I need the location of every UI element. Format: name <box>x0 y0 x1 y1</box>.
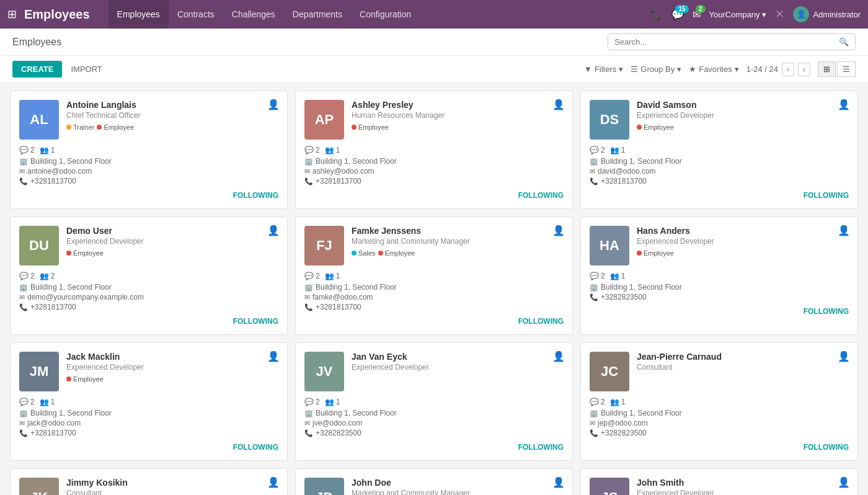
page-title: Employees <box>12 37 61 48</box>
employee-card[interactable]: 👤 DU Demo User Experienced Developer Emp… <box>10 216 288 335</box>
employee-avatar: FJ <box>304 226 344 265</box>
user-avatar: 👤 <box>793 6 809 22</box>
building-icon: 🏢 <box>590 409 598 417</box>
favorites-button[interactable]: ★ Favorites ▾ <box>689 65 738 74</box>
phone-icon: 📞 <box>19 177 28 185</box>
nav-divider: ✕ <box>775 7 784 21</box>
import-button[interactable]: IMPORT <box>62 61 110 78</box>
employee-location: 🏢 Building 1, Second Floor <box>19 157 278 166</box>
card-footer: FOLLOWING <box>304 190 564 200</box>
employee-card[interactable]: 👤 FJ Famke Jenssens Marketing and Commun… <box>295 216 573 335</box>
employee-location: 🏢 Building 1, Second Floor <box>590 409 849 417</box>
employee-name: Jan Van Eyck <box>352 352 564 362</box>
card-header: AL Antoine Langlais Chief Technical Offi… <box>19 100 278 140</box>
employee-avatar: JM <box>19 352 59 391</box>
card-info: Hans Anders Experienced Developer Employ… <box>637 226 849 265</box>
bubble-icon: 💬 <box>590 146 599 154</box>
user-name: Administrator <box>813 10 861 19</box>
card-stats: 💬2 👥1 <box>19 146 278 154</box>
employee-job-title: Experienced Developer <box>637 489 849 495</box>
employee-name: Hans Anders <box>637 226 849 236</box>
employee-card[interactable]: 👤 JC Jean-Pierre Carnaud Consultant 💬2 👥… <box>580 342 858 461</box>
email-icon: ✉ <box>19 419 25 427</box>
bubble-icon: 💬 <box>19 398 29 406</box>
following-button[interactable]: FOLLOWING <box>518 191 564 200</box>
card-stats: 💬2 👥2 <box>19 272 278 280</box>
employee-card[interactable]: 👤 AP Ashley Presley Human Resources Mana… <box>295 91 573 209</box>
group-by-button[interactable]: ☰ Group By ▾ <box>631 65 681 74</box>
card-info: David Samson Experienced Developer Emplo… <box>637 100 849 140</box>
email-icon: ✉ <box>590 167 595 176</box>
follower-count: 👥1 <box>40 146 55 154</box>
kanban-view-btn[interactable]: ⊞ <box>818 61 836 77</box>
building-icon: 🏢 <box>19 158 28 166</box>
phone-icon[interactable]: 📞 <box>650 9 663 20</box>
nav-contracts[interactable]: Contracts <box>169 0 223 29</box>
employee-tag: Trainer <box>66 123 94 131</box>
chat-icon[interactable]: 💬 15 <box>671 9 684 20</box>
following-button[interactable]: FOLLOWING <box>233 317 278 326</box>
filters-button[interactable]: ▼ Filters ▾ <box>584 65 623 74</box>
following-button[interactable]: FOLLOWING <box>804 307 849 316</box>
view-toggle: ⊞ ☰ <box>818 61 856 77</box>
bubble-icon: 💬 <box>304 272 314 280</box>
building-icon: 🏢 <box>19 283 28 292</box>
employee-card[interactable]: 👤 JD John Doe Marketing and Community Ma… <box>295 468 573 495</box>
following-button[interactable]: FOLLOWING <box>804 191 849 200</box>
phone-icon: 📞 <box>304 429 313 437</box>
employee-email: ✉ demo@yourcompany.example.com <box>19 293 278 301</box>
grid-menu-icon[interactable]: ⊞ <box>7 7 17 21</box>
search-icon[interactable]: 🔍 <box>839 37 849 47</box>
tag-dot <box>66 377 71 381</box>
email-icon: ✉ <box>304 293 310 301</box>
card-footer: FOLLOWING <box>304 442 564 452</box>
follower-count: 👥1 <box>325 272 340 280</box>
email-icon: ✉ <box>590 419 595 427</box>
following-button[interactable]: FOLLOWING <box>518 443 564 452</box>
tag-label: Trainer <box>73 123 94 131</box>
tag-label: Employee <box>644 123 674 131</box>
employee-job-title: Human Resources Manager <box>352 111 564 120</box>
employee-card[interactable]: 👤 JS John Smith Experienced Developer Em… <box>580 468 858 495</box>
tag-label: Employee <box>644 249 674 257</box>
pager-next[interactable]: › <box>798 63 810 76</box>
email-icon: ✉ <box>304 167 310 176</box>
nav-employees[interactable]: Employees <box>108 0 169 29</box>
user-menu[interactable]: 👤 Administrator <box>793 6 861 22</box>
employee-card[interactable]: 👤 JV Jan Van Eyck Experienced Developer … <box>295 342 573 461</box>
people-icon: 👥 <box>40 146 49 154</box>
tag-dot <box>66 251 71 256</box>
employee-email: ✉ david@odoo.com <box>590 167 849 176</box>
create-button[interactable]: CREATE <box>12 61 62 78</box>
card-stats: 💬2 👥1 <box>304 272 564 280</box>
card-header: JC Jean-Pierre Carnaud Consultant <box>590 352 849 391</box>
following-button[interactable]: FOLLOWING <box>804 443 849 452</box>
employee-user-icon: 👤 <box>838 99 850 110</box>
top-nav: ⊞ Employees Employees Contracts Challeng… <box>0 0 868 29</box>
message-icon[interactable]: ✉ 2 <box>693 9 701 20</box>
employee-card[interactable]: 👤 DS David Samson Experienced Developer … <box>580 91 858 209</box>
message-count: 💬2 <box>19 146 35 154</box>
card-header: HA Hans Anders Experienced Developer Emp… <box>590 226 849 265</box>
card-footer: FOLLOWING <box>19 190 278 200</box>
employee-card[interactable]: 👤 JM Jack Macklin Experienced Developer … <box>10 342 288 461</box>
employee-name: Demo User <box>66 226 278 236</box>
following-button[interactable]: FOLLOWING <box>233 443 278 452</box>
nav-challenges[interactable]: Challenges <box>223 0 284 29</box>
employee-card[interactable]: 👤 JK Jimmy Kosikin Consultant Employee C… <box>10 468 288 495</box>
employee-card[interactable]: 👤 HA Hans Anders Experienced Developer E… <box>580 216 858 335</box>
nav-configuration[interactable]: Configuration <box>351 0 420 29</box>
people-icon: 👥 <box>325 146 334 154</box>
search-area: Employees 🔍 <box>0 29 868 56</box>
following-button[interactable]: FOLLOWING <box>518 317 564 326</box>
pager-prev[interactable]: ‹ <box>782 63 794 76</box>
employee-user-icon: 👤 <box>267 99 280 110</box>
nav-departments[interactable]: Departments <box>284 0 351 29</box>
card-stats: 💬2 👥1 <box>304 146 564 154</box>
card-header: AP Ashley Presley Human Resources Manage… <box>304 100 564 140</box>
employee-card[interactable]: 👤 AL Antoine Langlais Chief Technical Of… <box>10 91 288 209</box>
following-button[interactable]: FOLLOWING <box>233 191 278 200</box>
list-view-btn[interactable]: ☰ <box>837 61 856 77</box>
company-selector[interactable]: YourCompany ▾ <box>709 10 767 19</box>
search-input[interactable] <box>614 37 839 47</box>
